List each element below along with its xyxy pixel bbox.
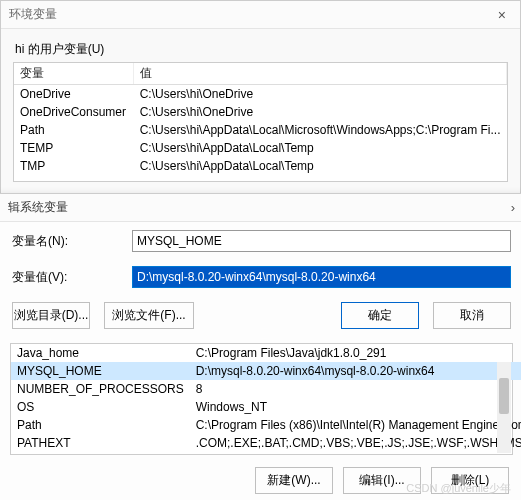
var-value-input[interactable] [132, 266, 511, 288]
window-titlebar[interactable]: 环境变量 × [1, 1, 520, 29]
col-header-name[interactable]: 变量 [14, 63, 134, 85]
browse-file-button[interactable]: 浏览文件(F)... [104, 302, 194, 329]
edit-button[interactable]: 编辑(I)... [343, 467, 421, 494]
edit-dialog-buttons: 浏览目录(D)... 浏览文件(F)... 确定 取消 [0, 288, 521, 343]
new-button[interactable]: 新建(W)... [255, 467, 333, 494]
table-row[interactable]: PathC:\Program Files (x86)\Intel\Intel(R… [11, 416, 521, 434]
close-icon[interactable]: × [492, 7, 512, 23]
ok-button[interactable]: 确定 [341, 302, 419, 329]
var-name-row: 变量名(N): [0, 222, 521, 252]
table-row[interactable]: OneDriveConsumerC:\Users\hi\OneDrive [14, 103, 507, 121]
browse-dir-button[interactable]: 浏览目录(D)... [12, 302, 90, 329]
chevron-right-icon[interactable]: › [511, 200, 515, 215]
user-vars-group: hi 的用户变量(U) 变量 值 OneDriveC:\Users\hi\One… [13, 39, 508, 182]
table-row[interactable]: TEMPC:\Users\hi\AppData\Local\Temp [14, 139, 507, 157]
scrollbar[interactable] [497, 362, 511, 453]
edit-dialog-title: 辑系统变量 [8, 199, 68, 216]
delete-button[interactable]: 删除(L) [431, 467, 509, 494]
col-header-value[interactable]: 值 [134, 63, 507, 85]
table-row[interactable]: PathC:\Users\hi\AppData\Local\Microsoft\… [14, 121, 507, 139]
sys-vars-table[interactable]: Java_homeC:\Program Files\Java\jdk1.8.0_… [10, 343, 513, 455]
var-name-label: 变量名(N): [12, 233, 132, 250]
table-row[interactable]: NUMBER_OF_PROCESSORS8 [11, 380, 521, 398]
edit-dialog-titlebar[interactable]: 辑系统变量 › [0, 194, 521, 222]
env-vars-window: 环境变量 × hi 的用户变量(U) 变量 值 OneDriveC:\Users… [0, 0, 521, 500]
var-name-input[interactable] [132, 230, 511, 252]
scrollbar-thumb[interactable] [499, 378, 509, 414]
window-title: 环境变量 [9, 6, 57, 23]
cancel-button[interactable]: 取消 [433, 302, 511, 329]
table-row[interactable]: OSWindows_NT [11, 398, 521, 416]
table-row[interactable]: Java_homeC:\Program Files\Java\jdk1.8.0_… [11, 344, 521, 362]
var-value-row: 变量值(V): [0, 252, 521, 288]
edit-sysvar-dialog: 辑系统变量 › 变量名(N): 变量值(V): 浏览目录(D)... 浏览文件(… [0, 193, 521, 500]
user-vars-label: hi 的用户变量(U) [13, 39, 508, 62]
table-row[interactable]: PATHEXT.COM;.EXE;.BAT;.CMD;.VBS;.VBE;.JS… [11, 434, 521, 452]
table-row[interactable]: MYSQL_HOMED:\mysql-8.0.20-winx64\mysql-8… [11, 362, 521, 380]
table-row[interactable]: TMPC:\Users\hi\AppData\Local\Temp [14, 157, 507, 175]
var-value-label: 变量值(V): [12, 269, 132, 286]
sys-vars-buttons: 新建(W)... 编辑(I)... 删除(L) [0, 455, 521, 498]
table-row[interactable]: OneDriveC:\Users\hi\OneDrive [14, 85, 507, 104]
user-vars-table[interactable]: 变量 值 OneDriveC:\Users\hi\OneDrive OneDri… [13, 62, 508, 182]
